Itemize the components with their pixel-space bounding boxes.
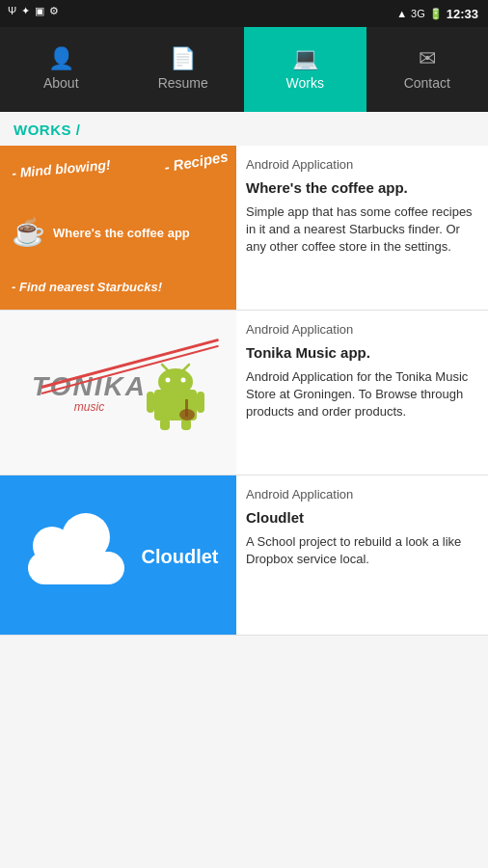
svg-line-4	[162, 365, 168, 370]
tab-bar: 👤 About 📄 Resume 💻 Works ✉ Contact	[0, 27, 488, 112]
svg-rect-6	[147, 392, 154, 413]
bluetooth-icon: ✦	[21, 5, 30, 17]
work-type-coffee: Android Application	[246, 157, 478, 172]
tab-resume-label: Resume	[158, 75, 208, 91]
work-thumb-coffee[interactable]: - Recipes - Mind blowing! ☕ Where's the …	[0, 146, 236, 310]
coffee-tag-mindblowing: - Mind blowing!	[11, 157, 111, 181]
work-desc-cloudlet: A School project to rebuild a look a lik…	[246, 533, 478, 568]
section-heading: WORKS /	[0, 112, 488, 146]
resume-icon: 📄	[170, 48, 196, 69]
cloudlet-text: Cloudlet	[142, 546, 219, 568]
status-time: 12:33	[447, 7, 478, 21]
coffee-tag-recipes: - Recipes	[163, 148, 230, 175]
laptop-icon: 💻	[292, 48, 318, 69]
work-info-cloudlet: Android Application Cloudlet A School pr…	[236, 475, 488, 635]
svg-point-1	[158, 368, 193, 395]
tab-contact[interactable]: ✉ Contact	[366, 27, 489, 112]
work-desc-tonika: Android Application for the Tonika Music…	[246, 368, 478, 421]
work-type-cloudlet: Android Application	[246, 487, 478, 502]
signal-icon: Ψ	[8, 5, 16, 17]
work-desc-coffee: Simple app that has some coffee recipes …	[246, 203, 478, 257]
photo-icon: ▣	[35, 5, 44, 17]
svg-rect-7	[197, 392, 204, 413]
work-title-cloudlet: Cloudlet	[246, 509, 478, 526]
tab-resume[interactable]: 📄 Resume	[122, 27, 245, 112]
mail-icon: ✉	[419, 48, 436, 69]
work-info-coffee: Android Application Where's the coffee a…	[236, 146, 488, 310]
tab-about-label: About	[43, 75, 79, 91]
svg-line-5	[183, 365, 189, 370]
svg-rect-8	[160, 419, 170, 430]
settings-icon: ⚙	[49, 5, 59, 17]
network-icon: ▲	[396, 8, 407, 19]
coffee-app-name: Where's the coffee app	[53, 226, 190, 242]
work-type-tonika: Android Application	[246, 322, 478, 337]
tonika-music-sub: music	[74, 400, 104, 414]
tab-about[interactable]: 👤 About	[0, 27, 122, 112]
status-bar: Ψ ✦ ▣ ⚙ ▲ 3G 🔋 12:33	[0, 0, 488, 27]
work-item-coffee: - Recipes - Mind blowing! ☕ Where's the …	[0, 146, 488, 311]
work-item-tonika: TONIKA music	[0, 311, 488, 475]
work-title-coffee: Where's the coffee app.	[246, 179, 478, 196]
work-info-tonika: Android Application Tonika Music app. An…	[236, 311, 488, 475]
android-mascot	[147, 363, 204, 430]
works-list: - Recipes - Mind blowing! ☕ Where's the …	[0, 146, 488, 636]
status-left-icons: Ψ ✦ ▣ ⚙	[8, 5, 59, 17]
tab-works[interactable]: 💻 Works	[244, 27, 366, 112]
tab-contact-label: Contact	[404, 75, 450, 91]
network-label: 3G	[411, 8, 425, 19]
person-icon: 👤	[48, 48, 74, 69]
work-thumb-tonika[interactable]: TONIKA music	[0, 311, 236, 475]
svg-rect-11	[185, 399, 188, 417]
svg-point-2	[165, 378, 170, 383]
work-thumb-cloudlet[interactable]: Cloudlet	[0, 475, 236, 635]
cloudlet-logo: Cloudlet	[18, 527, 219, 584]
battery-icon: 🔋	[429, 8, 443, 20]
tonika-logo: TONIKA music	[32, 371, 147, 414]
coffee-tag-starbucks: - Find nearest Starbucks!	[12, 280, 162, 294]
svg-point-3	[180, 378, 185, 383]
tab-works-label: Works	[286, 75, 324, 91]
work-title-tonika: Tonika Music app.	[246, 344, 478, 361]
status-right-icons: ▲ 3G 🔋 12:33	[396, 7, 478, 21]
work-item-cloudlet: Cloudlet Android Application Cloudlet A …	[0, 475, 488, 636]
